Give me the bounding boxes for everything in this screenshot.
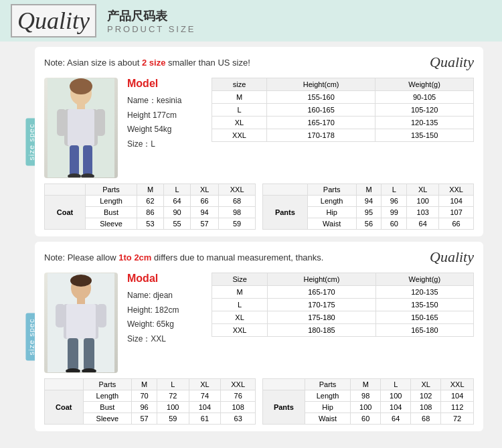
page-header: Quality 产品尺码表 PRODUCT SIZE (0, 0, 502, 42)
section1-note-row: Note: Asian size is about 2 size smaller… (44, 54, 474, 71)
svg-rect-17 (66, 304, 96, 339)
svg-point-2 (70, 78, 92, 94)
meas-row-2: PartsMLXLXXL CoatLength70727476Bust96100… (44, 378, 474, 425)
section2-note: Note: Please allow 1to 2cm differs due t… (44, 252, 323, 263)
section1-content: Model Name：kesinia Height 177cm Weight 5… (44, 78, 474, 178)
coat-table-2: PartsMLXLXXL CoatLength70727476Bust96100… (44, 378, 256, 425)
svg-point-14 (70, 275, 92, 287)
note2-bold: 1to 2cm (118, 252, 151, 263)
section2: Note: Please allow 1to 2cm differs due t… (35, 242, 483, 431)
hw-table-1-table: sizeHeight(cm)Weight(g) M155-16090-105L1… (212, 78, 474, 142)
model-name-1: Name：kesinia (127, 94, 205, 108)
pants-meas-table-2: PartsMLXLXXL PantsLength98100102104Hip10… (262, 378, 474, 425)
section1-note: Note: Asian size is about 2 size smaller… (44, 58, 250, 68)
svg-rect-6 (57, 109, 66, 136)
note2-prefix: Note: Please allow (44, 252, 118, 263)
model-weight-1: Weight 54kg (127, 123, 205, 137)
english-title: PRODUCT SIZE (107, 24, 196, 34)
page-title-block: 产品尺码表 PRODUCT SIZE (107, 8, 196, 34)
svg-rect-18 (56, 304, 65, 327)
svg-rect-21 (84, 338, 94, 370)
model-info-1: Model Name：kesinia Height 177cm Weight 5… (124, 78, 205, 178)
svg-rect-8 (70, 145, 79, 176)
coat-meas-table-2: PartsMLXLXXL CoatLength70727476Bust96100… (44, 378, 256, 425)
quality-logo-2: Quality (430, 248, 474, 266)
model-size-1: Size：L (127, 137, 205, 152)
svg-rect-5 (68, 109, 94, 146)
pants-meas-table-1: PartsMLXLXXL PantsLength9496100104Hip959… (262, 183, 474, 230)
model-info-2: Modal Name: djean Height: 182cm Weight: … (124, 273, 205, 373)
svg-rect-20 (68, 338, 78, 370)
pants-table-2: PartsMLXLXXL PantsLength98100102104Hip10… (262, 378, 474, 425)
section1: Note: Asian size is about 2 size smaller… (35, 47, 483, 236)
note2-suffix: differs due to manual measurement, thank… (151, 252, 323, 263)
note1-suffix: smaller than US size! (165, 58, 250, 68)
hw-table-2-table: SizeHeight(cm)Weight(g) M165-170120-135L… (212, 273, 474, 337)
meas-row-1: PartsMLXLXXL CoatLength62646668Bust86909… (44, 183, 474, 230)
pants-table-1: PartsMLXLXXL PantsLength9496100104Hip959… (262, 183, 474, 230)
quality-logo-1: Quality (430, 54, 474, 71)
model-name-2: Name: djean (127, 289, 205, 303)
hw-table-2: SizeHeight(cm)Weight(g) M165-170120-135L… (212, 273, 474, 373)
svg-rect-7 (96, 109, 105, 136)
model-size-2: Size：XXL (127, 332, 205, 347)
model-photo-1 (44, 78, 118, 178)
model-weight-2: Weight: 65kg (127, 317, 205, 332)
note1-prefix: Note: Asian size is about (44, 58, 142, 68)
section1-wrapper: size spec Note: Asian size is about 2 si… (27, 47, 491, 236)
section2-note-row: Note: Please allow 1to 2cm differs due t… (44, 248, 474, 266)
model-height-2: Height: 182cm (127, 303, 205, 318)
svg-rect-9 (83, 145, 92, 176)
model-title-1: Model (127, 78, 205, 90)
svg-rect-3 (77, 102, 85, 109)
hw-table-1: sizeHeight(cm)Weight(g) M155-16090-105L1… (212, 78, 474, 178)
note1-bold: 2 size (142, 58, 165, 68)
model-photo-2 (44, 273, 118, 373)
model-title-2: Modal (127, 273, 205, 285)
section2-content: Modal Name: djean Height: 182cm Weight: … (44, 273, 474, 373)
svg-rect-15 (77, 297, 85, 304)
model-height-1: Height 177cm (127, 108, 205, 123)
section2-wrapper: size spec Note: Please allow 1to 2cm dif… (27, 242, 491, 431)
coat-table-1: PartsMLXLXXL CoatLength62646668Bust86909… (44, 183, 256, 230)
quality-logo-header: Quality (11, 4, 96, 38)
coat-meas-table-1: PartsMLXLXXL CoatLength62646668Bust86909… (44, 183, 256, 230)
chinese-title: 产品尺码表 (107, 8, 196, 24)
svg-rect-19 (97, 304, 106, 327)
